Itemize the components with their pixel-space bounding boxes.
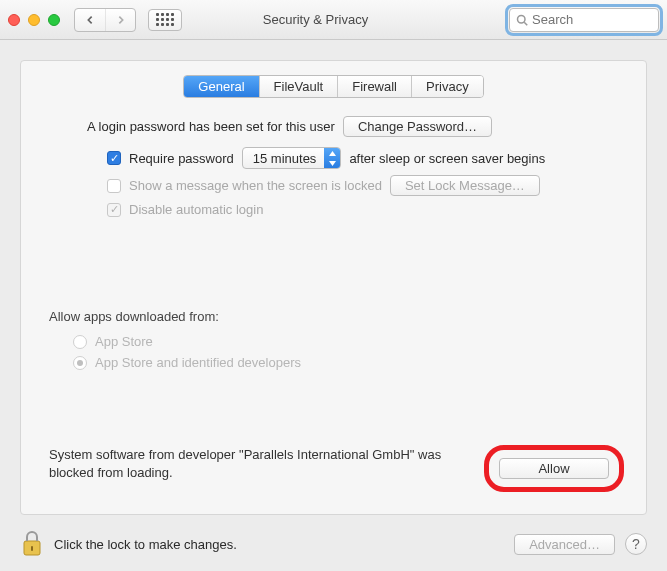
set-lock-message-button: Set Lock Message… [390,175,540,196]
preferences-pane: General FileVault Firewall Privacy A log… [20,60,647,515]
blocked-software-text: System software from developer "Parallel… [49,445,468,482]
lock-text: Click the lock to make changes. [54,537,237,552]
tab-bar: General FileVault Firewall Privacy [21,75,646,98]
gatekeeper-option-appstore-label: App Store [95,334,153,349]
allow-highlight: Allow [484,445,624,492]
titlebar: Security & Privacy [0,0,667,40]
require-password-delay-value: 15 minutes [253,151,317,166]
disable-auto-login-checkbox[interactable] [107,203,121,217]
general-content: A login password has been set for this u… [21,98,646,217]
window-title: Security & Privacy [128,12,503,27]
change-password-button[interactable]: Change Password… [343,116,492,137]
search-icon [516,14,528,26]
gatekeeper-option-identified-label: App Store and identified developers [95,355,301,370]
back-button[interactable] [75,9,105,31]
require-password-label-after: after sleep or screen saver begins [349,151,545,166]
tab-general[interactable]: General [184,76,258,97]
svg-rect-3 [31,546,33,551]
gatekeeper-title: Allow apps downloaded from: [49,309,618,324]
tab-privacy[interactable]: Privacy [411,76,483,97]
window-controls [8,14,60,26]
require-password-checkbox[interactable] [107,151,121,165]
lock-message-label: Show a message when the screen is locked [129,178,382,193]
gatekeeper-option-identified-radio [73,356,87,370]
require-password-label-before: Require password [129,151,234,166]
disable-auto-login-label: Disable automatic login [129,202,263,217]
help-button[interactable]: ? [625,533,647,555]
advanced-button[interactable]: Advanced… [514,534,615,555]
allow-button[interactable]: Allow [499,458,609,479]
require-password-delay-popup[interactable]: 15 minutes [242,147,342,169]
chevron-up-down-icon [324,148,340,168]
search-input[interactable] [532,12,652,27]
close-button[interactable] [8,14,20,26]
lock-message-checkbox[interactable] [107,179,121,193]
gatekeeper-section: Allow apps downloaded from: App Store Ap… [49,309,618,376]
search-field[interactable] [509,8,659,32]
tab-filevault[interactable]: FileVault [259,76,338,97]
tab-firewall[interactable]: Firewall [337,76,411,97]
login-password-text: A login password has been set for this u… [87,119,335,134]
svg-line-1 [524,22,527,25]
minimize-button[interactable] [28,14,40,26]
forward-button[interactable] [105,9,135,31]
svg-point-0 [518,15,526,23]
footer: Click the lock to make changes. Advanced… [0,517,667,571]
blocked-software-notice: System software from developer "Parallel… [49,445,624,492]
lock-icon[interactable] [20,529,44,560]
nav-back-forward [74,8,136,32]
gatekeeper-option-appstore-radio [73,335,87,349]
zoom-button[interactable] [48,14,60,26]
